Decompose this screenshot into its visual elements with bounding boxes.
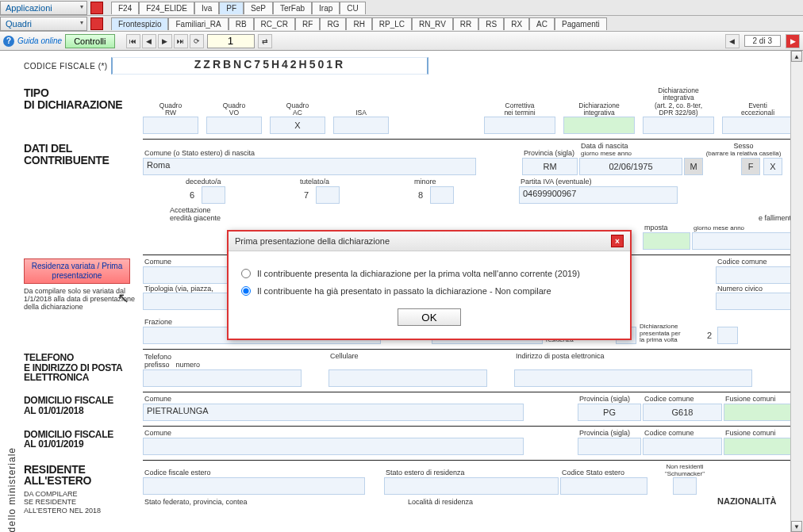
radio-option-2[interactable]: Il contribuente ha già presentato in pas… — [241, 286, 617, 296]
controlli-button[interactable]: Controlli — [65, 34, 114, 48]
scroll-down-button[interactable]: ▼ — [791, 521, 802, 532]
tab-rs[interactable]: RS — [478, 17, 504, 30]
refresh-button[interactable]: ⟳ — [190, 34, 204, 48]
guida-online-link[interactable]: Guida online — [17, 36, 62, 45]
cellulare-input[interactable] — [328, 369, 487, 387]
pdf-icon[interactable] — [90, 2, 103, 14]
sesso-x[interactable]: X — [763, 158, 782, 175]
tab-rp_lc[interactable]: RP_LC — [372, 17, 412, 30]
dialog-titlebar: Prima presentazione della dichiarazione … — [229, 232, 630, 251]
tipo-col-5[interactable] — [563, 117, 635, 134]
tab-ac[interactable]: AC — [529, 17, 555, 30]
dom2019-prov-input[interactable] — [578, 438, 641, 455]
prefisso-label: prefisso — [143, 362, 171, 369]
residenza-badge[interactable]: Residenza variata / Prima presentazione — [24, 258, 130, 284]
quadri-dropdown[interactable]: Quadri — [0, 17, 87, 31]
tab-f24[interactable]: F24 — [111, 2, 139, 14]
minore-num: 8 — [413, 186, 428, 204]
first-page-button[interactable]: ⏮ — [126, 34, 140, 48]
dom2018-comune-input[interactable]: PIETRALUNGA — [143, 404, 524, 421]
tab-sep[interactable]: SeP — [244, 2, 273, 14]
prev-record-button[interactable]: ◀ — [725, 34, 740, 48]
dom2019-codice-input[interactable] — [643, 438, 722, 455]
cellulare-label: Cellulare — [328, 353, 487, 361]
next-page-button[interactable]: ▶ — [158, 34, 172, 48]
last-page-button[interactable]: ⏭ — [174, 34, 188, 48]
dich-prima-num: 2 — [703, 327, 716, 344]
next-record-button[interactable]: ▶ — [786, 34, 800, 48]
close-icon[interactable]: × — [611, 235, 624, 247]
minore-input[interactable] — [430, 186, 454, 204]
tipo-col-0[interactable] — [143, 117, 198, 134]
page-input[interactable] — [207, 34, 255, 48]
dom2019-comune-input[interactable] — [143, 438, 524, 455]
dom2018-prov-label: Provincia (sigla) — [578, 396, 641, 404]
radio-2[interactable] — [241, 286, 251, 296]
piva-input[interactable]: 04699900967 — [519, 186, 678, 204]
codice-stato-input[interactable] — [560, 477, 647, 495]
radio-option-1[interactable]: Il contribuente presenta la dichiarazion… — [241, 269, 617, 278]
tipo-col-3[interactable] — [333, 117, 389, 134]
tab-rb[interactable]: RB — [229, 17, 254, 30]
stato-res-label: Stato estero di residenza — [384, 469, 559, 477]
tab-f24_elide[interactable]: F24_ELIDE — [139, 2, 194, 14]
sesso-f[interactable]: F — [741, 158, 760, 175]
data-nascita-input[interactable]: 02/06/1975 — [579, 158, 682, 175]
tutelato-input[interactable] — [316, 186, 340, 204]
comune-input[interactable]: Roma — [143, 158, 476, 175]
dom2019-codice-label: Codice comune — [643, 430, 722, 438]
tab-iva[interactable]: Iva — [194, 2, 219, 14]
tab-rx[interactable]: RX — [504, 17, 529, 30]
imposta-input[interactable] — [643, 232, 690, 250]
schumacker-label: Non residenti "Schumacker" — [649, 464, 720, 478]
sync-button[interactable]: ⇄ — [258, 34, 272, 48]
sesso-m[interactable]: M — [684, 158, 703, 175]
tab-rr[interactable]: RR — [453, 17, 478, 30]
stato-res-input[interactable] — [384, 477, 559, 495]
tab-rf[interactable]: RF — [295, 17, 320, 30]
cfestero-input[interactable] — [143, 477, 365, 495]
tab-terfab[interactable]: TerFab — [273, 2, 312, 14]
schumacker-input[interactable] — [673, 477, 697, 495]
deceduto-input[interactable] — [202, 186, 225, 204]
email-input[interactable] — [514, 369, 752, 387]
ok-button[interactable]: OK — [398, 308, 461, 326]
tab-familiari_ra[interactable]: Familiari_RA — [168, 17, 228, 30]
pdf-icon-2[interactable] — [90, 17, 103, 30]
tab-rh[interactable]: RH — [346, 17, 371, 30]
email-label: Indirizzo di posta elettronica — [514, 353, 803, 361]
dom2018-codice-input[interactable]: G618 — [643, 404, 722, 421]
tab-rn_rv[interactable]: RN_RV — [412, 17, 453, 30]
tab-rg[interactable]: RG — [320, 17, 346, 30]
applicazioni-dropdown[interactable]: Applicazioni — [0, 1, 87, 15]
gma-input[interactable] — [692, 232, 803, 250]
scroll-up-button[interactable]: ▲ — [791, 51, 802, 62]
residente-estero-section: RESIDENTE ALL'ESTERO DA COMPILARE SE RES… — [24, 464, 803, 515]
codice-fiscale-label: CODICE FISCALE (*) — [24, 62, 111, 71]
tab-irap[interactable]: Irap — [312, 2, 340, 14]
tipo-col-1[interactable] — [206, 117, 262, 134]
dom2018-title: DOMICILIO FISCALE AL 01/01/2018 — [24, 396, 138, 417]
tab-frontespizio[interactable]: Frontespizio — [111, 17, 168, 30]
vertical-scrollbar[interactable]: ▲ ▼ — [790, 51, 803, 532]
tipo-dich-body: Quadro RWQuadro VOQuadro ACXISACorrettiv… — [143, 87, 803, 140]
tab-rc_cr[interactable]: RC_CR — [254, 17, 295, 30]
tipo-col-6[interactable] — [643, 117, 714, 134]
prev-page-button[interactable]: ◀ — [142, 34, 156, 48]
provincia-input[interactable]: RM — [522, 158, 578, 175]
dom2018-prov-input[interactable]: PG — [578, 404, 641, 421]
tab-pf[interactable]: PF — [219, 2, 244, 14]
tipo-col-2[interactable]: X — [270, 117, 325, 134]
tipo-col-7[interactable] — [722, 117, 793, 134]
codice-fiscale-input[interactable]: ZZRBNC75H42H501R — [111, 57, 428, 75]
tab-cu[interactable]: CU — [340, 2, 365, 14]
help-icon[interactable]: ? — [3, 36, 14, 47]
dati-title-2: CONTRIBUENTE — [24, 154, 110, 166]
quadri-tabs: FrontespizioFamiliari_RARBRC_CRRFRGRHRP_… — [111, 17, 607, 30]
radio-1[interactable] — [241, 269, 251, 278]
telefono-title: TELEFONO E INDIRIZZO DI POSTA ELETTRONIC… — [24, 353, 138, 385]
dich-prima-check[interactable] — [717, 327, 738, 344]
tipo-col-4[interactable] — [484, 117, 555, 134]
tab-pagamenti[interactable]: Pagamenti — [555, 17, 607, 30]
telefono-input[interactable] — [143, 369, 302, 387]
